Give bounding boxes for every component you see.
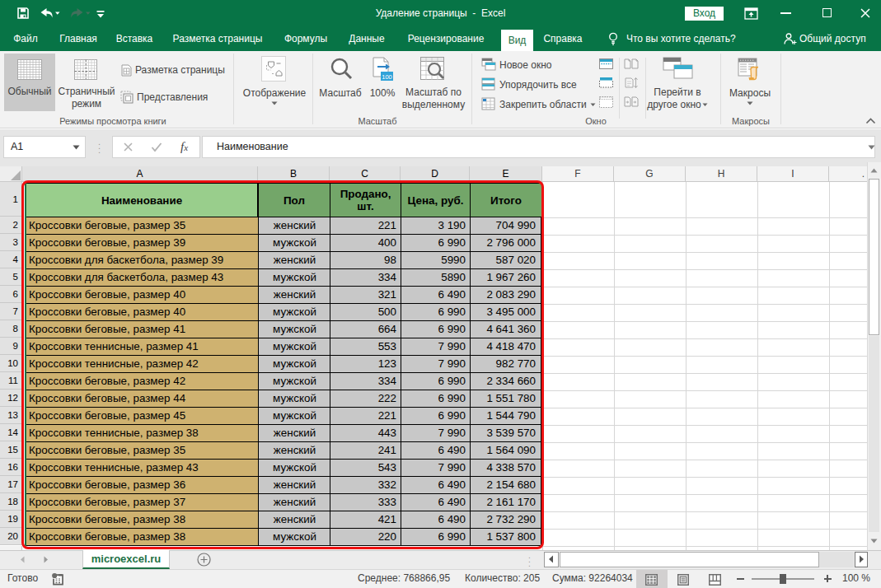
svg-text:100: 100 bbox=[382, 73, 392, 81]
